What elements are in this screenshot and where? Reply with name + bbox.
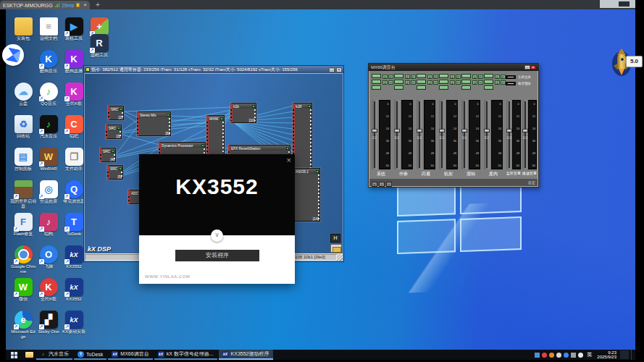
master-toggle-button[interactable] [506, 75, 516, 79]
channel-mini-button[interactable]: 监 [405, 75, 410, 79]
tab-close-icon[interactable]: × [83, 2, 87, 8]
channel-button[interactable] [394, 85, 403, 90]
fader-thumb[interactable] [506, 129, 512, 132]
channel-button[interactable] [394, 74, 403, 78]
mixer-close-button[interactable]: × [530, 65, 536, 70]
taskbar-app-todesk[interactable]: TToDesk [74, 350, 106, 360]
channel-button[interactable] [372, 80, 381, 84]
desktop-icon-edge[interactable]: e↗Microsoft Edge [10, 311, 36, 340]
dsp-node-k1r[interactable]: k1R[11] [293, 103, 312, 175]
volume-tray-icon[interactable] [578, 353, 583, 358]
channel-mini-button[interactable]: 录 [382, 80, 388, 85]
channel-mini-button[interactable]: 独 [478, 80, 483, 85]
node-collapse-icon[interactable] [220, 117, 223, 120]
channel-button[interactable] [484, 74, 493, 78]
desktop-icon-wesing-2[interactable]: K↗全民K歌 [35, 278, 62, 302]
desktop-icon-wechat[interactable]: W↗微信 [10, 278, 36, 302]
fader-channel[interactable]: 0.0 [439, 100, 445, 169]
notification-center-button[interactable] [620, 350, 629, 359]
channel-button[interactable] [484, 85, 493, 90]
node-collapse-icon[interactable] [117, 127, 120, 130]
desktop-icon-control-panel[interactable]: ▤控制面板 [10, 148, 36, 172]
channel-mini-button[interactable]: 静 [478, 75, 483, 79]
channel-button[interactable] [417, 80, 426, 84]
fader-thumb[interactable] [417, 129, 422, 132]
desktop-icon-recycle-bin[interactable]: ♻回收站 [10, 115, 36, 139]
channel-mini-button[interactable]: 静 [501, 75, 506, 79]
dsp-node-stereo-mix[interactable]: Stereo Mix[6] [137, 111, 171, 136]
fader-thumb[interactable] [439, 129, 445, 132]
node-collapse-icon[interactable] [167, 114, 170, 117]
desktop-icon-minecraft[interactable]: ↗我的世界启动器 [10, 180, 36, 209]
node-collapse-icon[interactable] [252, 105, 255, 108]
dsp-minimize-button[interactable]: □ [329, 67, 335, 72]
channel-button[interactable] [484, 80, 493, 84]
display-tray-icon[interactable] [571, 353, 576, 358]
security-tray-icon[interactable] [542, 353, 547, 358]
channel-mini-button[interactable]: 录 [450, 80, 455, 85]
channel-mini-button[interactable]: 独 [501, 80, 506, 85]
taskbar-app--[interactable]: ♪汽水音乐 [36, 350, 72, 360]
install-button[interactable]: 安装程序 [175, 250, 259, 261]
channel-mini-button[interactable]: 独 [456, 80, 461, 85]
desktop-icon-qq-music[interactable]: ♪↗QQ音乐 [35, 83, 62, 106]
mixer-footer-button[interactable]: – [379, 182, 385, 187]
start-button[interactable] [6, 350, 22, 360]
desktop-icon-kx-driver[interactable]: kX↗KX驱动安装 [61, 311, 87, 334]
channel-mini-button[interactable]: 监 [382, 75, 388, 79]
fader-thumb[interactable] [461, 129, 467, 132]
dsp-node-b2b[interactable]: b2b[10] [230, 103, 256, 123]
fader-channel[interactable]: 0.0 [417, 100, 422, 169]
channel-button[interactable] [439, 80, 448, 84]
desktop-icon-folder[interactable]: 安装包 [10, 17, 36, 41]
dsp-node-src[interactable]: SRC[4] [100, 148, 116, 162]
node-collapse-icon[interactable] [201, 144, 204, 147]
channel-button[interactable] [394, 80, 403, 84]
dialog-close-icon[interactable]: × [287, 156, 291, 164]
channel-mini-button[interactable]: 独 [411, 80, 416, 85]
channel-button[interactable] [372, 74, 381, 78]
channel-mini-button[interactable]: 录 [427, 80, 432, 85]
fader-thumb[interactable] [394, 129, 400, 132]
channel-mini-button[interactable]: 录 [472, 80, 477, 85]
dsp-titlebar[interactable]: 指令: 382/512 通用寄存器: 233/256 iTram: 31/128… [84, 66, 343, 73]
desktop-icon-kx3552-b[interactable]: kX↗KX3552 [61, 278, 87, 302]
desktop-icon-changya[interactable]: ♪↗唱鸭 [35, 213, 62, 237]
channel-mini-button[interactable]: 监 [495, 75, 500, 79]
channel-mini-button[interactable]: 监 [427, 75, 432, 79]
window-controls-chip[interactable] [619, 1, 630, 7]
dsp-close-button[interactable]: × [336, 67, 342, 72]
fader-thumb[interactable] [372, 129, 377, 132]
fader-channel[interactable]: 0.0 [394, 100, 400, 169]
channel-mini-button[interactable]: 独 [388, 80, 393, 85]
node-collapse-icon[interactable] [120, 108, 122, 111]
channel-button[interactable] [417, 74, 426, 78]
taskbar-app-mx66-[interactable]: kXMX66调音台 [108, 350, 152, 360]
desktop-icon-feiliao[interactable]: O↗飞聊 [35, 245, 62, 269]
fader-channel[interactable]: 0.0 [461, 100, 467, 169]
taskbar-clock[interactable]: 9:23 2025/9/23 [595, 350, 618, 359]
fader-master[interactable]: 0.0 [522, 100, 527, 169]
mixer-footer-button[interactable]: ≡ [372, 182, 377, 187]
mixer-titlebar[interactable]: MX66调音台 – × [369, 64, 538, 71]
desktop-icon-remote-tool[interactable]: R↗远程工具 [86, 34, 112, 58]
music-tray-icon[interactable] [549, 353, 554, 358]
channel-button[interactable] [461, 74, 471, 78]
desktop-icon-kugou[interactable]: K↗酷狗音乐 [35, 50, 62, 74]
desktop-icon-flash[interactable]: F↗Flash修复 [10, 213, 36, 237]
dsp-node-asio5-1[interactable]: ASIO5.1[14] [293, 168, 320, 222]
input-language-indicator[interactable]: 英 [585, 351, 593, 358]
channel-button[interactable] [461, 80, 471, 84]
dsp-h-button[interactable]: H [330, 234, 340, 243]
desktop-icon-winrar[interactable]: W↗WinRAR [35, 148, 62, 172]
channel-mini-button[interactable]: 静 [388, 75, 393, 79]
mixer-footer-button[interactable]: □ [386, 182, 392, 187]
desktop-icon-toolbox[interactable]: ▶↗装机工具 [61, 17, 87, 41]
chat-tray-icon[interactable] [564, 353, 569, 358]
node-collapse-icon[interactable] [316, 170, 319, 173]
fader-channel[interactable]: 0.0 [484, 100, 490, 169]
channel-button[interactable] [372, 85, 381, 90]
dsp-node-src[interactable]: SRC[3] [106, 125, 122, 139]
channel-mini-button[interactable]: 静 [433, 75, 438, 79]
desktop-icon-document[interactable]: ≡说明文档 [35, 17, 62, 41]
